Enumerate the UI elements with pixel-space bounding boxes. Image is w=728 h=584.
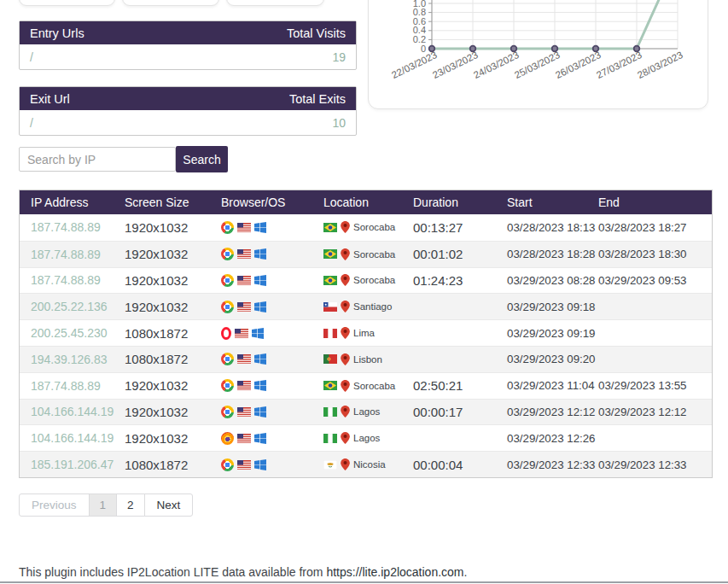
us-flag-icon <box>237 354 251 364</box>
end-time: 03/29/2023 12:33 <box>598 458 701 471</box>
ip-address-link[interactable]: 200.25.45.230 <box>31 326 125 340</box>
location: Sorocaba <box>323 221 413 233</box>
browser-os-icons <box>221 379 323 392</box>
screen-size: 1080x1872 <box>125 352 221 366</box>
page-bottom-divider <box>0 581 728 583</box>
search-button[interactable]: Search <box>176 146 228 172</box>
flag-ng-icon <box>323 434 337 443</box>
visitor-row: 187.74.88.891920x1032Sorocaba02:50:2103/… <box>20 372 712 399</box>
start-time: 03/29/2023 12:12 <box>507 406 598 418</box>
ip-address-link[interactable]: 187.74.88.89 <box>31 248 125 261</box>
flag-cy-icon <box>323 460 337 470</box>
ip-address-link[interactable]: 187.74.88.89 <box>31 220 125 234</box>
city-label: Santiago <box>353 301 392 312</box>
ip-address-link[interactable]: 185.191.206.47 <box>31 458 125 471</box>
browser-os-icons <box>221 248 323 260</box>
svg-text:0: 0 <box>421 44 426 54</box>
chrome-icon <box>221 458 234 471</box>
location: Lagos <box>323 432 413 444</box>
map-pin-icon <box>341 406 350 418</box>
column-header-start: Start <box>507 196 598 209</box>
us-flag-icon <box>237 276 251 285</box>
opera-icon <box>221 327 231 340</box>
svg-text:23/03/2023: 23/03/2023 <box>431 50 480 80</box>
start-time: 03/29/2023 12:26 <box>507 432 598 445</box>
exit-url-table: Exit Url Total Exits / 10 <box>19 86 357 136</box>
svg-text:0.8: 0.8 <box>413 7 426 17</box>
duration: 00:00:17 <box>413 405 507 419</box>
pagination-page-1[interactable]: 1 <box>89 493 118 517</box>
flag-br-icon <box>323 381 337 390</box>
browser-os-icons <box>221 432 323 445</box>
browser-os-icons <box>221 458 323 471</box>
start-time: 03/29/2023 09:18 <box>507 301 598 313</box>
ip-address-link[interactable]: 187.74.88.89 <box>31 273 125 287</box>
map-pin-icon <box>341 248 350 260</box>
start-time: 03/29/2023 09:20 <box>507 353 598 365</box>
visitor-row: 200.25.22.1361920x1032Santiago03/29/2023… <box>20 293 712 319</box>
screen-size: 1920x1032 <box>125 431 221 446</box>
map-pin-icon <box>341 274 350 286</box>
svg-text:26/03/2023: 26/03/2023 <box>554 50 603 80</box>
screen-size: 1920x1032 <box>125 273 221 288</box>
start-time: 03/29/2023 09:19 <box>507 327 598 340</box>
us-flag-icon <box>237 302 251 312</box>
firefox-icon <box>221 432 234 445</box>
entry-url-link[interactable]: / <box>30 50 33 64</box>
city-label: Sorocaba <box>353 249 395 260</box>
city-label: Sorocaba <box>353 222 395 232</box>
pagination-page-2[interactable]: 2 <box>116 493 145 517</box>
exit-url-link[interactable]: / <box>30 116 33 130</box>
visitor-row: 187.74.88.891920x1032Sorocaba00:01:0203/… <box>20 241 712 267</box>
search-ip-input[interactable] <box>19 147 176 172</box>
entry-urls-table: Entry Urls Total Visits / 19 <box>19 20 357 70</box>
pagination-next[interactable]: Next <box>144 493 194 517</box>
svg-text:22/03/2023: 22/03/2023 <box>390 50 439 80</box>
ip-address-link[interactable]: 104.166.144.19 <box>31 405 125 418</box>
city-label: Sorocaba <box>353 275 395 285</box>
screen-size: 1080x1872 <box>125 326 221 341</box>
svg-text:0.2: 0.2 <box>413 34 426 44</box>
stat-card-1 <box>19 0 115 6</box>
chrome-icon <box>221 221 234 234</box>
stat-card-2 <box>122 0 219 6</box>
city-label: Lima <box>353 328 375 338</box>
city-label: Lisbon <box>353 354 382 365</box>
svg-text:0.4: 0.4 <box>413 25 426 35</box>
map-pin-icon <box>341 353 350 365</box>
ip-address-link[interactable]: 104.166.144.19 <box>31 431 125 445</box>
windows-icon <box>254 301 266 312</box>
footer-link[interactable]: https://lite.ip2location.com <box>326 565 463 579</box>
chrome-icon <box>221 301 234 313</box>
column-header-end: End <box>598 196 701 209</box>
screen-size: 1920x1032 <box>125 300 221 314</box>
city-label: Lagos <box>353 406 380 417</box>
svg-text:0.6: 0.6 <box>413 16 426 26</box>
browser-os-icons <box>221 274 323 287</box>
end-time: 03/28/2023 18:30 <box>598 248 701 260</box>
pagination-previous[interactable]: Previous <box>19 493 90 517</box>
windows-icon <box>254 222 266 233</box>
windows-icon <box>254 459 266 470</box>
flag-cl-icon <box>323 302 337 312</box>
windows-icon <box>254 433 266 444</box>
chrome-icon <box>221 248 234 260</box>
ip-address-link[interactable]: 200.25.22.136 <box>31 300 125 313</box>
ip-address-link[interactable]: 194.39.126.83 <box>31 353 125 366</box>
end-time: 03/29/2023 13:55 <box>598 379 701 392</box>
browser-os-icons <box>221 353 323 365</box>
chrome-icon <box>221 353 234 365</box>
entry-urls-header: Entry Urls Total Visits <box>20 21 356 44</box>
visitor-row: 187.74.88.891920x1032Sorocaba00:13:2703/… <box>20 214 712 241</box>
browser-os-icons <box>221 327 323 340</box>
entry-url-row: / 19 <box>20 44 356 69</box>
city-label: Sorocaba <box>353 381 395 391</box>
us-flag-icon <box>237 460 251 470</box>
flag-br-icon <box>323 276 337 285</box>
flag-pt-icon <box>323 354 337 364</box>
total-exits-title: Total Exits <box>289 92 346 106</box>
windows-icon <box>254 353 266 365</box>
ip-address-link[interactable]: 187.74.88.89 <box>31 379 125 393</box>
start-time: 03/28/2023 18:28 <box>507 248 598 260</box>
visitor-row: 194.39.126.831080x1872Lisbon03/29/2023 0… <box>20 346 712 372</box>
